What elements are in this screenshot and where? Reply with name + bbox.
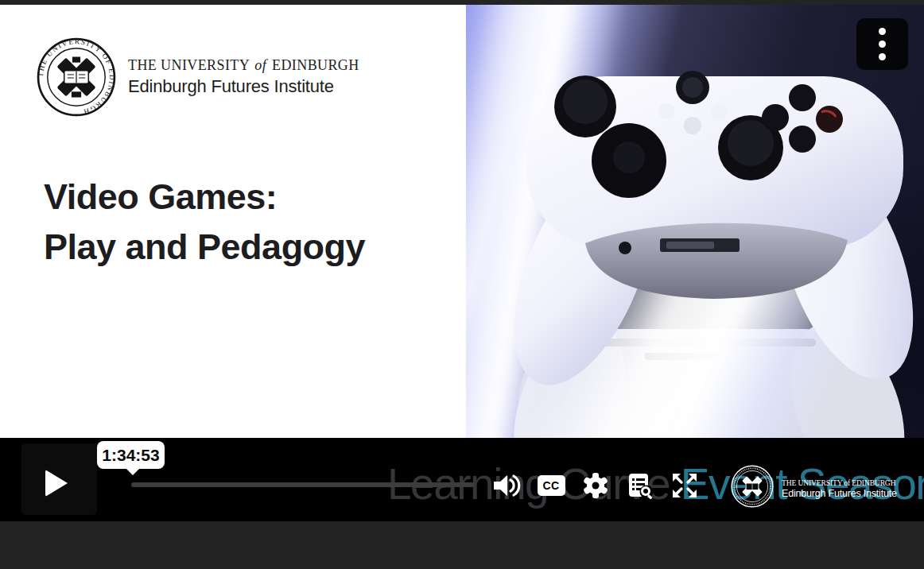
game-controller xyxy=(466,5,924,438)
watermark-university-line: THE UNIVERSITY of EDINBURGH xyxy=(782,479,897,487)
kebab-menu-icon[interactable] xyxy=(856,18,908,70)
institute-name: Edinburgh Futures Institute xyxy=(128,76,359,97)
control-bar: Learning Curve Event Season 1:34:53 CC xyxy=(0,438,924,521)
video-player-screen: THE UNIVERSITY OF EDINBURGH xyxy=(0,0,924,569)
volume-button[interactable] xyxy=(489,468,524,503)
title-slide: THE UNIVERSITY OF EDINBURGH xyxy=(0,5,466,438)
play-button[interactable] xyxy=(21,443,97,515)
view-button xyxy=(658,103,674,119)
volume-icon xyxy=(492,472,521,499)
settings-gear-icon xyxy=(582,472,609,499)
controller-photo xyxy=(466,5,924,438)
transcript-button[interactable] xyxy=(623,468,658,503)
fullscreen-icon xyxy=(671,472,698,499)
captions-icon: CC xyxy=(538,475,565,496)
university-logo: THE UNIVERSITY OF EDINBURGH xyxy=(36,37,359,118)
play-icon xyxy=(45,470,68,497)
video-player: THE UNIVERSITY OF EDINBURGH xyxy=(0,5,924,521)
watermark-institute-line: Edinburgh Futures Institute xyxy=(782,488,897,499)
university-crest-icon: THE UNIVERSITY OF EDINBURGH xyxy=(36,37,117,118)
watermark-crest-icon xyxy=(730,464,775,509)
university-wordmark: THE UNIVERSITY of EDINBURGH xyxy=(128,57,359,74)
captions-button[interactable]: CC xyxy=(534,468,569,503)
video-surface[interactable]: THE UNIVERSITY OF EDINBURGH xyxy=(0,5,924,438)
settings-button[interactable] xyxy=(578,468,613,503)
share-button xyxy=(684,117,701,134)
time-tooltip: 1:34:53 xyxy=(97,441,165,469)
player-watermark: THE UNIVERSITY of EDINBURGH Edinburgh Fu… xyxy=(730,464,897,509)
seek-bar[interactable] xyxy=(131,482,474,487)
headphone-jack xyxy=(619,242,631,254)
menu-button xyxy=(711,105,727,121)
fullscreen-button[interactable] xyxy=(667,468,702,503)
slide-title: Video Games: Play and Pedagogy xyxy=(44,172,365,272)
transcript-search-icon xyxy=(626,472,654,499)
